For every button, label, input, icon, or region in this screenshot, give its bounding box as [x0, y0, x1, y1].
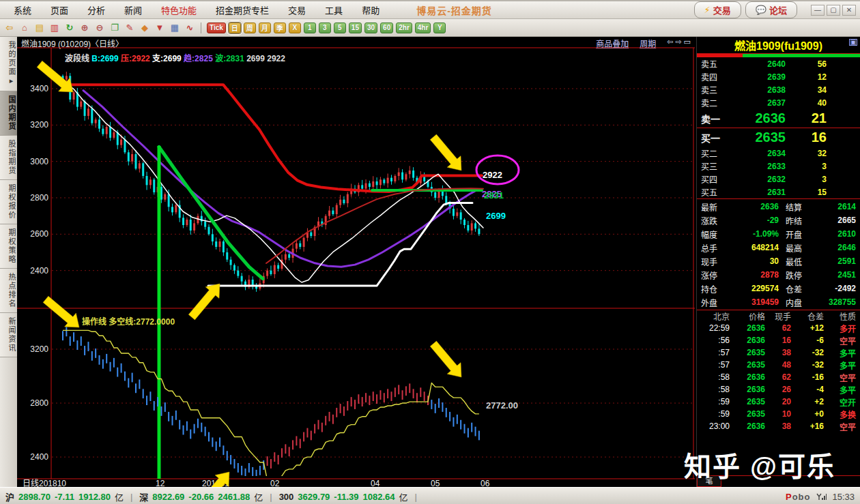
book-price: 2635: [731, 130, 786, 145]
menu-item[interactable]: 系统: [4, 1, 41, 18]
period-button-60[interactable]: 60: [380, 23, 393, 33]
tick-time: 22:59: [701, 323, 730, 333]
menu-item[interactable]: 分析: [78, 1, 115, 18]
menu-item[interactable]: 工具: [315, 1, 352, 18]
panel-window-icon[interactable]: ▣: [849, 39, 857, 46]
tick-col-header: 性质: [824, 310, 856, 322]
filter-funnel-icon[interactable]: ▼: [153, 22, 167, 34]
tick-row[interactable]: 23:00263638+16空平: [697, 420, 860, 432]
sidebar-tab[interactable]: 股指期货: [0, 136, 17, 180]
book-level-label: 买四: [701, 173, 731, 185]
main-y-tick: 2400: [30, 266, 48, 276]
zoom-out-icon[interactable]: ⊖: [93, 22, 106, 34]
draw-pencil-icon[interactable]: ✎: [123, 22, 137, 34]
book-row[interactable]: 买五263115: [697, 186, 860, 198]
period-button-月[interactable]: 月: [259, 23, 271, 33]
forum-button[interactable]: 💬 论坛: [745, 1, 797, 18]
home-icon[interactable]: ⌂: [18, 22, 31, 34]
book-volume: 16: [786, 130, 827, 145]
signal-icon: [816, 492, 827, 501]
trend-chart-icon[interactable]: ∿: [183, 22, 197, 34]
paint-icon[interactable]: ◆: [138, 22, 152, 34]
tick-oi-delta: +0: [791, 409, 824, 419]
tick-row[interactable]: :58263662-16空平: [697, 371, 860, 383]
stat-label: 最新: [701, 201, 727, 213]
book-price: 2632: [731, 175, 786, 184]
tick-col-header: 现手: [765, 310, 791, 322]
period-button-15[interactable]: 15: [349, 23, 362, 33]
book-volume: 40: [786, 98, 827, 108]
tick-oi-delta: -32: [791, 348, 824, 357]
menu-item[interactable]: 页面: [41, 1, 78, 18]
trend-purple-line: [83, 91, 482, 267]
chart-area[interactable]: 燃油1909 (010209)〈日线〉 商品叠加 周期 ⇦⇨▭ 34003200…: [17, 37, 696, 487]
period-button-X[interactable]: X: [289, 23, 301, 33]
tick-row[interactable]: :57263538-32多平: [697, 346, 860, 359]
tick-volume: 62: [765, 372, 791, 382]
notebook-icon[interactable]: ▤: [33, 22, 46, 34]
menu-item[interactable]: 新闻: [115, 1, 152, 18]
period-button-日[interactable]: 日: [229, 23, 241, 33]
trade-button[interactable]: ⚡ 交易: [694, 1, 741, 18]
period-button-周[interactable]: 周: [244, 23, 256, 33]
menu-item[interactable]: 特色功能: [152, 1, 206, 18]
stat-value: 319459: [727, 297, 779, 307]
sidebar-tab[interactable]: 期权策略: [0, 224, 17, 269]
book-row[interactable]: 买二263432: [697, 147, 860, 160]
fund-book-icon[interactable]: ▥: [48, 22, 61, 34]
tick-row[interactable]: :57263548-32多平: [697, 359, 860, 371]
tick-row[interactable]: :59263520+2空开: [697, 396, 860, 408]
app-title: 博易云-招金期货: [416, 3, 492, 17]
quote-table-icon[interactable]: ▦: [168, 22, 182, 34]
index-name: 300: [279, 492, 294, 502]
layers-icon[interactable]: ❐: [108, 22, 121, 34]
book-row[interactable]: 买三26333: [697, 160, 860, 173]
book-price: 2639: [731, 72, 786, 82]
period-button-1[interactable]: 1: [304, 23, 316, 33]
book-row[interactable]: 卖四263912: [697, 70, 860, 83]
period-button-Y[interactable]: Y: [433, 23, 446, 33]
status-right: Pobo 15:33: [786, 492, 855, 502]
tick-nature: 空平: [824, 335, 856, 346]
book-row[interactable]: 卖三263834: [697, 83, 860, 96]
zoom-in-icon[interactable]: ⊕: [78, 22, 91, 34]
index-name: 深: [139, 490, 148, 503]
period-button-30[interactable]: 30: [364, 23, 377, 33]
book-row[interactable]: 买一263516: [697, 128, 860, 147]
menu-item[interactable]: 交易: [278, 1, 315, 18]
period-button-4hr[interactable]: 4hr: [415, 23, 431, 33]
stat-label: 幅度: [701, 228, 727, 240]
sidebar-tab[interactable]: 热点排名: [0, 269, 17, 313]
tick-row[interactable]: 22:59263662+12多开: [697, 322, 860, 334]
period-button-Tick[interactable]: Tick: [207, 23, 226, 33]
refresh-icon[interactable]: ↻: [63, 22, 76, 34]
window-buttons: —▢✕: [811, 5, 856, 16]
clock: 15:33: [832, 492, 855, 502]
price-chart-svg[interactable]: 340032003000280026002400320028002400波段线 …: [17, 37, 696, 487]
tick-volume: 62: [765, 323, 791, 333]
sidebar-tab[interactable]: 新闻资讯: [0, 313, 17, 357]
period-button-5[interactable]: 5: [334, 23, 346, 33]
book-row[interactable]: 卖五264056: [697, 57, 860, 70]
maximize-icon[interactable]: ▢: [827, 5, 840, 16]
sidebar-tab[interactable]: 期权报价: [0, 180, 17, 224]
period-button-3[interactable]: 3: [319, 23, 331, 33]
back-arrow-icon[interactable]: ⇦: [3, 22, 16, 34]
book-row[interactable]: 买四26323: [697, 173, 860, 186]
sidebar-tab[interactable]: 我的页面▸: [0, 37, 17, 91]
close-icon[interactable]: ✕: [842, 5, 856, 16]
minimize-icon[interactable]: —: [811, 5, 825, 16]
index-amount: 1082.64: [363, 492, 395, 502]
sidebar-tab[interactable]: 国内期货: [0, 91, 17, 136]
tick-row[interactable]: :59263510+0多换: [697, 408, 860, 420]
tick-row[interactable]: :56263616-6空平: [697, 334, 860, 346]
stat-label: 跌停: [786, 269, 813, 281]
book-row[interactable]: 卖一263621: [697, 109, 860, 128]
menu-item[interactable]: 帮助: [352, 1, 389, 18]
stat-label: 开盘: [786, 228, 813, 240]
book-row[interactable]: 卖二263740: [697, 96, 860, 109]
period-button-2hr[interactable]: 2hr: [396, 23, 412, 33]
period-button-季[interactable]: 季: [274, 23, 286, 33]
menu-item[interactable]: 招金期货专栏: [206, 1, 278, 18]
tick-row[interactable]: :58263626-4多平: [697, 383, 860, 396]
